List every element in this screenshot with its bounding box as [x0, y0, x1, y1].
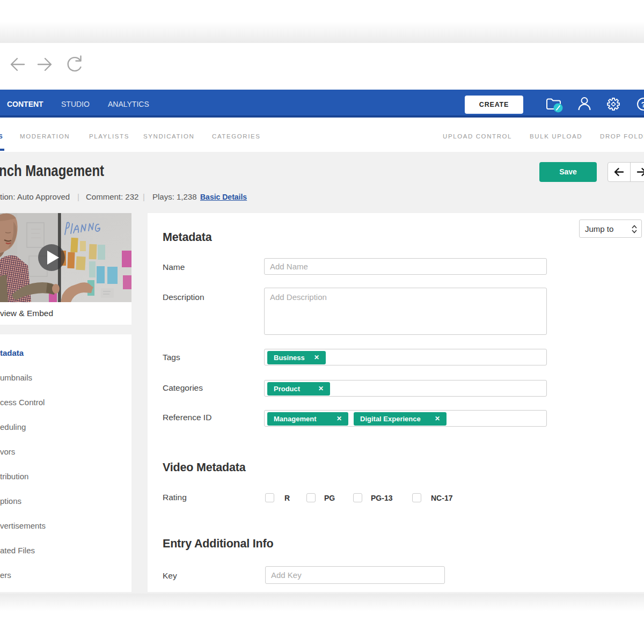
svg-text:?: ? — [641, 100, 644, 109]
